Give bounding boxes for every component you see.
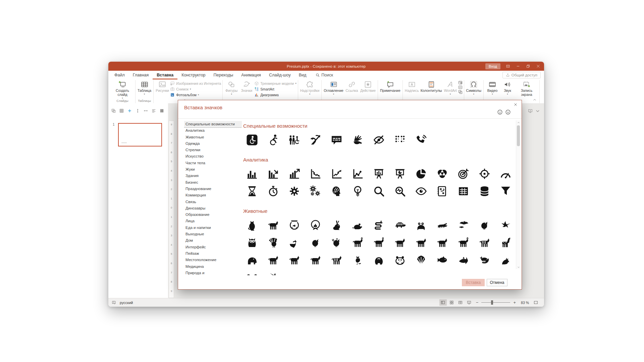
category-Выходные[interactable]: Выходные (184, 231, 242, 237)
tab-Вставка[interactable]: Вставка (153, 71, 177, 79)
scroll-down-icon[interactable] (516, 265, 521, 269)
icon-lion[interactable] (309, 253, 322, 266)
icon-eye[interactable] (414, 184, 428, 198)
window-icon[interactable] (528, 109, 533, 115)
icon-venn-diagram[interactable] (435, 167, 449, 180)
icon-hamster-wheel[interactable] (309, 218, 322, 232)
category-Специальные возможности[interactable]: Специальные возможности (184, 121, 242, 127)
close-icon[interactable] (535, 64, 541, 69)
icon-dolphin[interactable] (457, 253, 470, 266)
category-Аналитика[interactable]: Аналитика (184, 127, 242, 134)
icon-aquarium[interactable] (287, 218, 301, 232)
restore-icon[interactable] (525, 64, 531, 69)
language-label[interactable]: русский (120, 301, 133, 305)
icon-monkey[interactable] (351, 253, 364, 266)
ribbon-button-Значки[interactable]: Значки (239, 80, 254, 93)
ribbon-button-SmartArt[interactable]: SmartArt (254, 86, 296, 92)
icon-magnifier[interactable] (372, 184, 385, 198)
ribbon-button-Запись экрана[interactable]: Запись экрана (515, 80, 538, 97)
icon-funnel[interactable] (499, 184, 512, 198)
ribbon-button-Диаграмма[interactable]: Диаграмма (254, 92, 296, 98)
category-Медицина[interactable]: Медицина (184, 263, 242, 270)
vertical-arrows-icon[interactable] (136, 108, 140, 114)
zoom-slider-thumb[interactable] (491, 300, 493, 305)
icon-hourglass[interactable] (245, 184, 259, 198)
icon-panda[interactable] (393, 253, 407, 266)
overlapping-slides-icon[interactable] (111, 108, 116, 114)
icon-hummingbird[interactable] (499, 218, 512, 232)
ribbon-button-Трехмерные модели[interactable]: Трехмерные модели▾ (254, 80, 296, 86)
icon-bull[interactable] (351, 236, 364, 249)
icon-presentation-pie-chart[interactable] (393, 167, 407, 180)
ribbon-button-Видео[interactable]: Видео▾ (485, 80, 500, 96)
icon-horse[interactable] (393, 236, 407, 249)
ribbon-button-Действие[interactable]: Действие (360, 80, 376, 93)
icon-target-with-arrow[interactable] (457, 167, 470, 180)
titlebar[interactable]: Presium.pptx - Сохранено в: этот компьют… (108, 62, 544, 71)
category-Еда и напитки[interactable]: Еда и напитки (184, 225, 242, 231)
icon-unicorn[interactable] (266, 270, 280, 275)
icon-deer[interactable] (457, 236, 470, 249)
ribbon-display-options-icon[interactable] (505, 64, 511, 69)
icon-rabbit[interactable] (330, 218, 343, 232)
minimize-icon[interactable] (515, 64, 521, 69)
icon-gorilla[interactable] (372, 253, 385, 266)
icon-crocodile[interactable] (435, 218, 449, 232)
zoom-in-icon[interactable]: + (513, 300, 516, 305)
icon-bar-chart[interactable] (245, 167, 259, 180)
tab-Файл[interactable]: Файл (110, 71, 129, 79)
tab-Анимация[interactable]: Анимация (237, 71, 265, 79)
icon-blind-eye-slash[interactable] (372, 133, 385, 146)
zoom-slider[interactable] (481, 302, 510, 303)
ribbon-button-Символы[interactable]: Символы▾ (466, 80, 482, 96)
normal-view-icon[interactable] (439, 299, 447, 306)
ribbon-button-Фотоальбом[interactable]: Фотоальбом▾ (170, 92, 221, 98)
icon-bats[interactable] (457, 218, 470, 232)
slide-thumbnail[interactable] (118, 123, 162, 146)
tab-Конструктор[interactable]: Конструктор (177, 71, 209, 79)
category-Дом[interactable]: Дом (184, 237, 242, 244)
insert-button[interactable]: Вставка (462, 279, 485, 286)
icon-fish[interactable] (435, 253, 449, 266)
zoom-out-icon[interactable]: − (476, 300, 479, 305)
icon-turkey[interactable] (266, 236, 280, 249)
icon-pig[interactable] (414, 236, 428, 249)
spellcheck-icon[interactable] (112, 300, 116, 305)
icon-sheep[interactable] (435, 236, 449, 249)
icon-raven[interactable] (478, 218, 491, 232)
icon-bar-chart-decline[interactable] (266, 167, 280, 180)
icon-gears[interactable] (309, 184, 322, 198)
icon-crosshair-target[interactable] (478, 167, 491, 180)
category-Искусство[interactable]: Искусство (184, 153, 242, 160)
grid-icon[interactable] (119, 108, 124, 114)
slideshow-view-icon[interactable] (466, 299, 473, 306)
ribbon-button-Звук[interactable]: Звук▾ (500, 80, 515, 96)
category-Празднование[interactable]: Празднование (184, 186, 242, 192)
ribbon-button-Снимок[interactable]: Снимок▾ (170, 86, 221, 92)
icon-tiger[interactable] (330, 253, 343, 266)
icon-deaf-ear-slash[interactable] (309, 133, 322, 146)
icon-rhinoceros[interactable] (266, 253, 280, 266)
align-left-lines-icon[interactable] (152, 108, 156, 114)
scroll-up-icon[interactable] (516, 120, 521, 125)
icon-cat[interactable] (245, 218, 259, 232)
ribbon-button-Надстройки[interactable]: Надстройки▾ (300, 80, 320, 96)
icon-turtle[interactable] (393, 218, 407, 232)
signin-button[interactable]: Вход (485, 63, 500, 69)
chevron-down-icon[interactable] (535, 109, 540, 115)
tab-Переходы[interactable]: Переходы (210, 71, 237, 79)
tab-Главная[interactable]: Главная (129, 71, 153, 79)
icon-line-chart-decline[interactable] (309, 167, 322, 180)
ribbon-button-Оглавление[interactable]: Оглавление▾ (323, 80, 344, 96)
icon-gauge[interactable] (499, 167, 512, 180)
share-button[interactable]: Общий доступ (502, 72, 541, 78)
icon-lightbulb[interactable] (351, 184, 364, 198)
ribbon-button-Таблица[interactable]: Таблица▾ (137, 80, 152, 96)
collapse-ribbon-icon[interactable] (533, 97, 537, 103)
icon-duck[interactable] (287, 236, 301, 249)
icon-column-chart-increase[interactable] (287, 167, 301, 180)
icon-mouse[interactable] (351, 218, 364, 232)
icon-gear[interactable] (287, 184, 301, 198)
icon-goat[interactable] (372, 236, 385, 249)
icon-wheelchair-person[interactable] (266, 133, 280, 146)
